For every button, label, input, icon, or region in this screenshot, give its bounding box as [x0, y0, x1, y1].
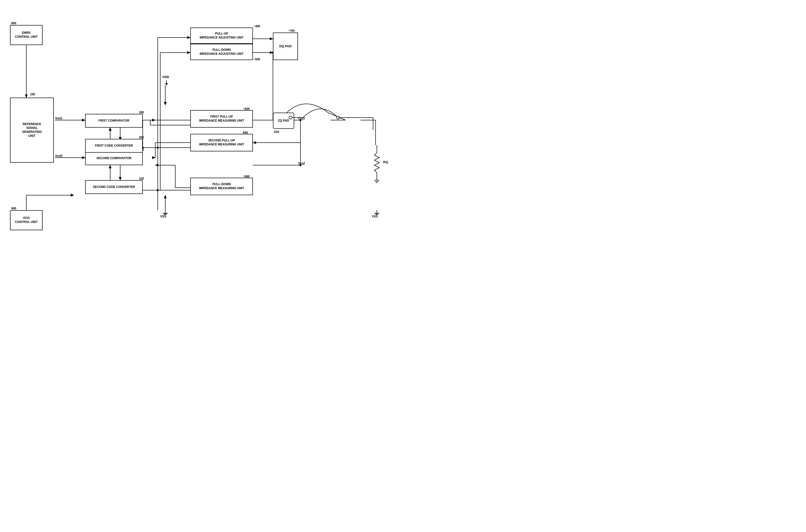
label-200: 200 [139, 111, 144, 114]
label-100: 100 [30, 93, 35, 96]
vdd-arrow [164, 80, 169, 86]
svg-marker-4 [71, 194, 74, 196]
svg-marker-8 [82, 156, 85, 159]
pulldown-adj-block: PULL-DOWN IMPEDANCE ADJUSTING UNIT [190, 44, 253, 60]
svg-marker-32 [164, 102, 166, 105]
svg-marker-22 [187, 36, 190, 39]
svg-marker-39 [152, 119, 155, 121]
svg-marker-6 [82, 119, 85, 121]
label-660: ~660 [243, 175, 250, 178]
label-620: ~620 [243, 107, 250, 111]
vzq2-label: Vzq2 [298, 162, 305, 165]
svg-marker-12 [109, 128, 111, 131]
first-pullup-meas-block: FIRST PULL-UP IMPEDANCE MEASURING UNIT [190, 110, 253, 128]
label-400: ~400 [253, 24, 260, 28]
emrs-block: EMRS CONTROL UNIT [10, 25, 42, 45]
svg-marker-54 [155, 164, 158, 166]
vss1-label: VSS [160, 215, 166, 218]
pullup-adj-block: PULL-UP IMPEDANCE ADJUSTING UNIT [190, 27, 253, 44]
vref2-label: Vref2 [55, 154, 62, 158]
second-code-block: SECOND CODE CONVERTER [85, 180, 143, 194]
svg-marker-72 [165, 83, 168, 86]
zq-external-circuit [283, 95, 383, 145]
pulldown-meas-block: PULL-DOWN IMPEDANCE MEASURING UNIT [190, 178, 253, 195]
vss1-ground [162, 210, 169, 215]
label-320: 320 [139, 177, 144, 180]
label-900: 900 [11, 207, 16, 210]
vdd-label: VDD [162, 75, 169, 79]
vref1-label: Vref1 [55, 117, 62, 120]
vss2-label: VSS [372, 215, 378, 218]
svg-marker-57 [164, 195, 166, 198]
svg-point-70 [157, 189, 159, 191]
rq-resistor [373, 145, 381, 210]
label-500: ~500 [253, 58, 260, 61]
svg-marker-26 [187, 51, 190, 54]
svg-point-69 [157, 147, 159, 149]
ocd-block: OCD CONTROL UNIT [10, 210, 42, 230]
label-700: ~700 [288, 29, 295, 33]
svg-marker-48 [152, 156, 155, 159]
svg-marker-18 [109, 165, 111, 168]
label-610: 610 [274, 130, 279, 134]
svg-marker-28 [270, 38, 273, 40]
second-pullup-meas-block: SECOND PULL-UP IMPEDANCE MEASURING UNIT [190, 134, 253, 151]
svg-marker-16 [119, 177, 122, 180]
vss2-ground [373, 210, 381, 215]
label-800: 800 [11, 21, 16, 25]
svg-marker-43 [253, 141, 256, 144]
dq-pad-block: DQ PAD [273, 33, 298, 60]
first-comparator-block: FIRST COMPARATOR [85, 114, 143, 128]
ref-signal-block: REFERENCE SIGNAL GENERATING UNIT [10, 98, 54, 163]
svg-marker-1 [25, 95, 28, 98]
svg-marker-30 [270, 51, 273, 54]
label-640: 640 [243, 131, 248, 134]
label-300: 300 [139, 136, 144, 139]
svg-point-87 [289, 116, 292, 119]
diagram: EMRS CONTROL UNIT 800 OCD CONTROL UNIT 9… [0, 0, 403, 266]
rq-label: RQ [383, 160, 388, 164]
second-comparator-block: SECOND COMPARATOR [85, 151, 143, 165]
first-code-block: FIRST CODE CONVERTER [85, 139, 143, 153]
